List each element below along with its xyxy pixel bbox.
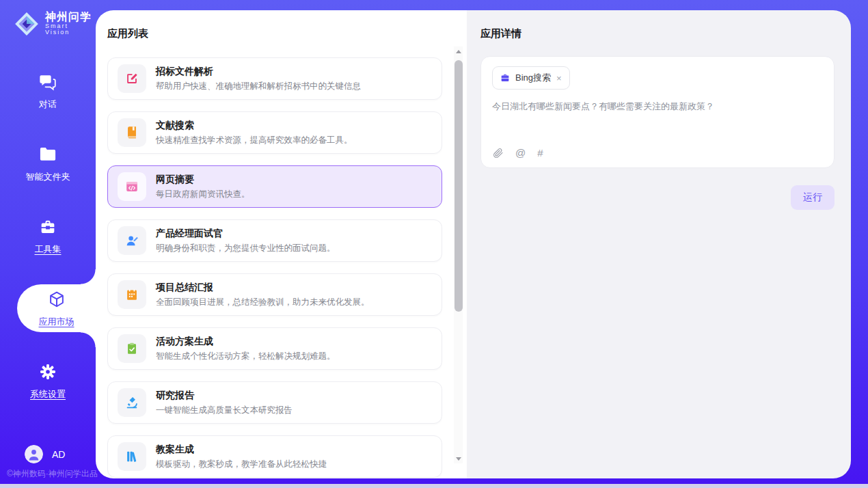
run-button[interactable]: 运行 (791, 185, 835, 210)
app-window: 神州问学 Smart Vision 对话 智能文件夹 (0, 0, 868, 488)
sidebar: 神州问学 Smart Vision 对话 智能文件夹 (0, 0, 96, 488)
app-card-title: 研究报告 (156, 390, 293, 402)
app-card-research-report[interactable]: 研究报告 一键智能生成高质量长文本研究报告 (107, 381, 442, 424)
prompt-card: Bing搜索 × 今日湖北有哪些新闻要点？有哪些需要关注的最新政策？ @ # (480, 56, 835, 168)
clipboard-check-icon (118, 334, 146, 363)
bottom-strip (0, 484, 868, 488)
app-card-title: 网页摘要 (156, 174, 250, 186)
avatar-person-icon (25, 445, 43, 463)
app-card-desc: 帮助用户快速、准确地理解和解析招标书中的关键信息 (156, 81, 361, 92)
copyright-footer: ©神州数码·神州问学出品 (7, 468, 98, 480)
hash-icon[interactable]: # (537, 147, 543, 159)
app-detail-panel: 应用详情 Bing搜索 × 今日湖北有哪些新闻要点？有哪些需要关注的最新政策？ (467, 10, 851, 478)
interviewer-icon (118, 226, 146, 255)
toolbox-icon (38, 217, 58, 237)
diamond-logo-icon (14, 11, 40, 37)
gear-icon (38, 362, 58, 382)
user-initials: AD (52, 449, 65, 460)
app-list: 招标文件解析 帮助用户快速、准确地理解和解析招标书中的关键信息 文献搜索 快速精… (107, 57, 442, 478)
prompt-input[interactable]: 今日湖北有哪些新闻要点？有哪些需要关注的最新政策？ (492, 100, 823, 113)
app-list-panel: 应用列表 招标文件解析 帮助用户快速、准确地理解和解析招标书中的关键信息 (96, 10, 467, 478)
app-card-bid-document-parsing[interactable]: 招标文件解析 帮助用户快速、准确地理解和解析招标书中的关键信息 (107, 57, 442, 100)
sidebar-item-app-market[interactable]: 应用市场 (17, 284, 96, 332)
app-card-desc: 全面回顾项目进展，总结经验教训，助力未来优化发展。 (156, 297, 370, 308)
chip-close-icon[interactable]: × (556, 74, 562, 83)
app-card-desc: 模板驱动，教案秒成，教学准备从此轻松快捷 (156, 459, 327, 470)
at-icon[interactable]: @ (515, 147, 526, 159)
sidebar-item-settings[interactable]: 系统设置 (0, 344, 96, 417)
paperclip-icon[interactable] (493, 148, 504, 159)
app-card-title: 招标文件解析 (156, 66, 361, 78)
app-card-desc: 明确身份和职责，为您提供专业性的面试问题。 (156, 243, 336, 254)
sidebar-item-label: 系统设置 (30, 388, 66, 401)
brand-name: 神州问学 (45, 12, 96, 23)
app-card-lesson-plan[interactable]: 教案生成 模板驱动，教案秒成，教学准备从此轻松快捷 (107, 435, 442, 478)
webpage-code-icon (118, 172, 146, 201)
folder-icon (38, 144, 58, 165)
tool-chip-label: Bing搜索 (515, 72, 551, 84)
app-card-desc: 每日政府新闻资讯快查。 (156, 189, 250, 200)
scroll-up-arrow-icon[interactable] (454, 46, 463, 56)
app-card-title: 产品经理面试官 (156, 228, 336, 240)
app-card-title: 活动方案生成 (156, 336, 336, 348)
user-account-button[interactable]: AD (25, 445, 65, 463)
app-card-desc: 智能生成个性化活动方案，轻松解决规划难题。 (156, 351, 336, 362)
app-card-title: 项目总结汇报 (156, 282, 370, 294)
chat-icon (38, 72, 58, 92)
sidebar-item-label: 工具集 (35, 243, 62, 256)
scroll-down-arrow-icon[interactable] (454, 454, 463, 463)
app-card-project-summary[interactable]: 项目总结汇报 全面回顾项目进展，总结经验教训，助力未来优化发展。 (107, 273, 442, 316)
calendar-report-icon (118, 280, 146, 309)
books-icon (118, 442, 146, 471)
sidebar-item-label: 对话 (39, 98, 57, 111)
sidebar-item-toolset[interactable]: 工具集 (0, 200, 96, 272)
tool-chip-bing-search[interactable]: Bing搜索 × (492, 66, 570, 90)
app-list-title: 应用列表 (107, 27, 148, 40)
app-detail-title: 应用详情 (480, 27, 835, 40)
app-card-literature-search[interactable]: 文献搜索 快速精准查找学术资源，提高研究效率的必备工具。 (107, 111, 442, 154)
brand-subtitle: Smart Vision (45, 23, 96, 36)
app-card-desc: 一键智能生成高质量长文本研究报告 (156, 405, 293, 416)
scrollbar-thumb[interactable] (455, 60, 463, 312)
main-content: 应用列表 招标文件解析 帮助用户快速、准确地理解和解析招标书中的关键信息 (96, 10, 851, 478)
sidebar-item-label: 应用市场 (39, 316, 74, 328)
book-icon (118, 118, 146, 147)
brand-logo: 神州问学 Smart Vision (0, 0, 96, 37)
cube-icon (46, 289, 67, 310)
app-card-webpage-summary[interactable]: 网页摘要 每日政府新闻资讯快查。 (107, 165, 442, 208)
app-card-title: 教案生成 (156, 444, 327, 456)
sidebar-item-chat[interactable]: 对话 (0, 55, 96, 127)
app-card-desc: 快速精准查找学术资源，提高研究效率的必备工具。 (156, 135, 353, 146)
app-card-event-plan[interactable]: 活动方案生成 智能生成个性化活动方案，轻松解决规划难题。 (107, 327, 442, 370)
prompt-toolbar: @ # (493, 147, 543, 159)
app-card-pm-interviewer[interactable]: 产品经理面试官 明确身份和职责，为您提供专业性的面试问题。 (107, 219, 442, 262)
sidebar-item-label: 智能文件夹 (26, 171, 70, 183)
sidebar-item-smart-folder[interactable]: 智能文件夹 (0, 127, 96, 200)
sidebar-nav: 对话 智能文件夹 工具集 (0, 55, 96, 417)
list-scrollbar (454, 46, 463, 463)
edit-document-icon (118, 64, 146, 93)
app-card-title: 文献搜索 (156, 120, 353, 132)
briefcase-icon (500, 72, 511, 83)
research-icon (118, 388, 146, 417)
